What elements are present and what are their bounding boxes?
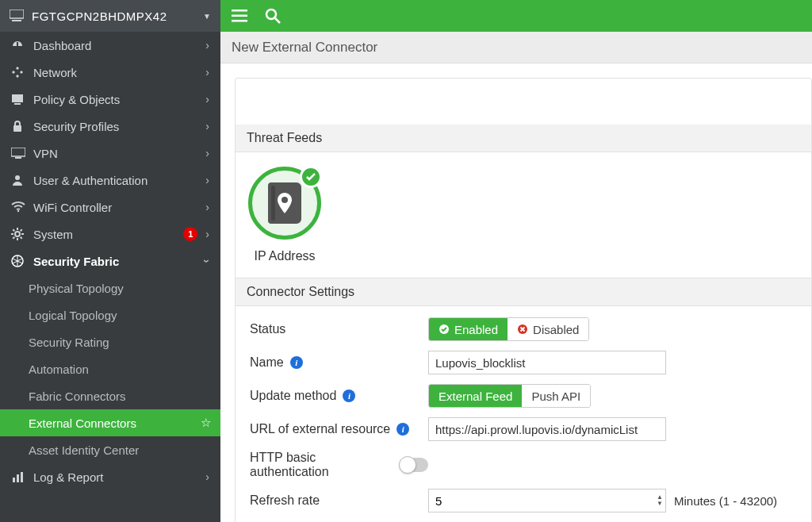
url-input[interactable] xyxy=(428,417,666,441)
connector-settings-form: Status Enabled Disa xyxy=(236,306,811,522)
info-icon[interactable]: i xyxy=(343,390,355,402)
nav-item-log-report[interactable]: Log & Report › xyxy=(0,463,220,490)
sub-item-security-rating[interactable]: Security Rating xyxy=(0,328,220,355)
sub-item-logical-topology[interactable]: Logical Topology xyxy=(0,301,220,328)
nav-item-security-profiles[interactable]: Security Profiles › xyxy=(0,113,220,140)
search-icon[interactable] xyxy=(265,8,281,24)
svg-rect-15 xyxy=(232,10,247,12)
refresh-rate-input[interactable] xyxy=(428,489,666,512)
option-text: Disabled xyxy=(533,323,579,336)
chevron-right-icon: › xyxy=(205,39,209,52)
notification-badge: 1 xyxy=(183,227,197,241)
subnav-label: Physical Topology xyxy=(29,282,211,295)
chevron-right-icon: › xyxy=(205,120,209,132)
svg-rect-17 xyxy=(232,20,247,22)
update-method-toggle: External Feed Push API xyxy=(428,384,591,408)
star-icon[interactable]: ☆ xyxy=(201,416,211,430)
http-auth-label: HTTP basic authentication xyxy=(250,451,428,479)
svg-rect-14 xyxy=(21,472,23,482)
device-name: FGTGCPN2BHDMPX42 xyxy=(32,10,203,23)
fabric-icon xyxy=(11,255,29,267)
policy-icon xyxy=(11,93,29,106)
svg-rect-3 xyxy=(12,94,23,102)
nav-label: Security Profiles xyxy=(33,120,205,133)
status-enabled-option[interactable]: Enabled xyxy=(429,318,508,340)
option-text: Push API xyxy=(531,390,580,403)
status-toggle: Enabled Disabled xyxy=(428,317,589,341)
nav-label: Policy & Objects xyxy=(33,93,205,106)
refresh-rate-label: Refresh rate xyxy=(250,493,428,508)
svg-rect-2 xyxy=(17,42,18,46)
pin-icon xyxy=(278,193,292,213)
sub-item-automation[interactable]: Automation xyxy=(0,355,220,382)
sub-item-asset-identity[interactable]: Asset Identity Center xyxy=(0,436,220,463)
feed-card-label: IP Address xyxy=(254,249,315,263)
chevron-right-icon: › xyxy=(205,470,209,483)
svg-rect-12 xyxy=(13,478,15,482)
sub-item-external-connectors[interactable]: External Connectors ☆ xyxy=(0,409,220,436)
check-circle-icon xyxy=(439,324,450,335)
nav-item-system[interactable]: System 1 › xyxy=(0,221,220,248)
nav-item-dashboard[interactable]: Dashboard › xyxy=(0,32,220,59)
form-panel: Threat Feeds IP Address Connector Settin… xyxy=(235,78,812,522)
name-input[interactable] xyxy=(428,351,666,374)
gear-icon xyxy=(11,228,29,240)
check-icon xyxy=(300,166,322,188)
feed-card-graphic xyxy=(248,167,321,240)
nav-label: Log & Report xyxy=(33,470,205,484)
info-icon[interactable]: i xyxy=(396,423,409,436)
http-auth-toggle[interactable] xyxy=(400,458,428,472)
svg-rect-4 xyxy=(14,103,21,105)
chevron-right-icon: › xyxy=(205,147,209,159)
info-icon[interactable]: i xyxy=(290,356,303,369)
svg-rect-16 xyxy=(232,15,247,17)
device-selector[interactable]: FGTGCPN2BHDMPX42 ▼ xyxy=(0,0,220,32)
status-label: Status xyxy=(250,322,428,336)
svg-rect-6 xyxy=(11,148,25,156)
report-icon xyxy=(11,470,29,483)
svg-line-19 xyxy=(275,18,280,23)
svg-point-18 xyxy=(266,10,276,19)
nav-item-network[interactable]: Network › xyxy=(0,59,220,86)
subnav-label: External Connectors xyxy=(29,416,201,430)
main-area: New External Connector Threat Feeds IP A… xyxy=(220,0,812,522)
status-disabled-option[interactable]: Disabled xyxy=(508,318,588,340)
update-push-option[interactable]: Push API xyxy=(522,385,590,407)
svg-rect-1 xyxy=(12,20,21,21)
feed-card-ip-address[interactable]: IP Address xyxy=(248,167,321,263)
sub-item-fabric-connectors[interactable]: Fabric Connectors xyxy=(0,382,220,409)
chevron-right-icon: › xyxy=(205,228,209,240)
device-caret-icon: ▼ xyxy=(203,12,211,21)
sub-item-physical-topology[interactable]: Physical Topology xyxy=(0,274,220,301)
nav-label: System xyxy=(33,228,183,241)
update-method-label: Update method i xyxy=(250,389,428,403)
hamburger-icon[interactable] xyxy=(232,10,247,22)
svg-rect-5 xyxy=(13,125,21,132)
subnav-label: Automation xyxy=(29,363,211,376)
nav-item-policy[interactable]: Policy & Objects › xyxy=(0,86,220,113)
label-text: Update method xyxy=(250,389,336,403)
nav-label: Dashboard xyxy=(33,39,205,52)
subnav-label: Asset Identity Center xyxy=(29,443,211,457)
subnav-label: Security Rating xyxy=(29,336,211,349)
svg-point-10 xyxy=(15,232,20,236)
subnav-label: Logical Topology xyxy=(29,309,211,322)
nav-item-security-fabric[interactable]: Security Fabric › xyxy=(0,248,220,274)
nav-item-wifi[interactable]: WiFi Controller › xyxy=(0,194,220,221)
name-label: Name i xyxy=(250,355,428,370)
main-nav: Dashboard › Network › Policy & Objects ›… xyxy=(0,32,220,490)
svg-rect-13 xyxy=(17,474,19,482)
update-external-option[interactable]: External Feed xyxy=(429,385,522,407)
number-stepper[interactable]: ▲▼ xyxy=(657,494,663,507)
dashboard-icon xyxy=(11,39,29,52)
nav-item-user-auth[interactable]: User & Authentication › xyxy=(0,167,220,194)
nav-label: VPN xyxy=(33,147,205,160)
threat-feeds-body: IP Address xyxy=(236,152,811,278)
wifi-icon xyxy=(11,202,29,213)
option-text: Enabled xyxy=(454,323,498,336)
lock-icon xyxy=(11,120,29,132)
nav-item-vpn[interactable]: VPN › xyxy=(0,140,220,167)
subnav-label: Fabric Connectors xyxy=(29,390,211,403)
content: Threat Feeds IP Address Connector Settin… xyxy=(220,63,812,522)
page-title: New External Connector xyxy=(232,40,377,56)
